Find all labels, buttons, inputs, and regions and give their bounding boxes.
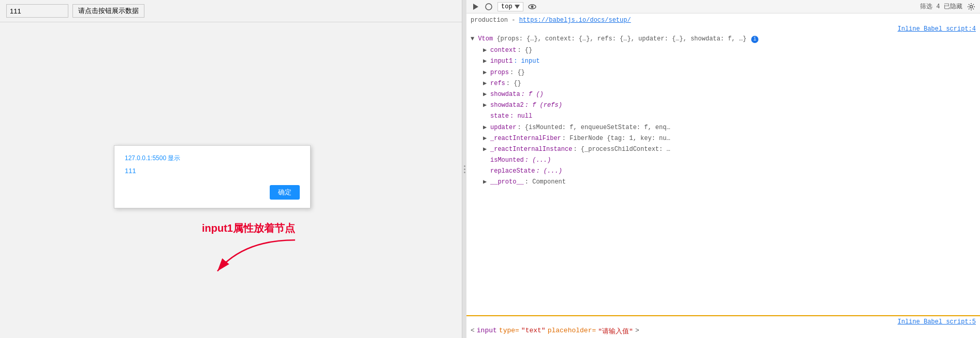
- play-icon[interactable]: [471, 2, 480, 11]
- code-type-attr: type=: [499, 327, 519, 336]
- panel-divider[interactable]: [462, 0, 466, 338]
- vtom-header: ▼ Vtom {props: {…}, context: {…}, refs: …: [466, 33, 980, 45]
- expand-arrow-showdata: ▶: [483, 90, 488, 100]
- key-refs: refs: [490, 79, 505, 89]
- tree-item-showdata2[interactable]: ▶ showdata2 : f (refs): [475, 100, 980, 111]
- key-context: context: [490, 46, 516, 55]
- eye-icon[interactable]: [528, 2, 537, 11]
- dialog-value: 111: [125, 167, 300, 175]
- annotation-area: input1属性放着节点: [202, 221, 316, 281]
- devtools-toolbar: top 筛选 4 已隐藏: [466, 0, 980, 13]
- value-showdata2: : f (refs): [525, 101, 562, 110]
- chevron-down-icon: [515, 5, 520, 9]
- value-input1: : input: [514, 57, 539, 66]
- dialog-box: 127.0.0.1:5500 显示 111 确定: [114, 145, 311, 208]
- vtom-value: {props: {…}, context: {…}, refs: {…}, up…: [496, 35, 746, 43]
- confirm-button[interactable]: 确定: [270, 185, 300, 200]
- expand-arrow-input1: ▶: [483, 57, 488, 66]
- devtools-content: production - https://babeljs.io/docs/set…: [466, 13, 980, 315]
- key-rif: _reactInternalFiber: [490, 134, 561, 144]
- expand-arrow-rii: ▶: [483, 145, 488, 154]
- key-showdata: showdata: [490, 90, 520, 100]
- tree-item-replacestate: replaceState : (...): [475, 166, 980, 177]
- production-text: production -: [471, 17, 519, 24]
- tree-item-props[interactable]: ▶ props : {}: [475, 67, 980, 78]
- devtools-bottom: Inline Babel script:5 < input type= "tex…: [466, 315, 980, 338]
- key-proto: __proto__: [490, 177, 524, 187]
- code-tag-open: <: [471, 327, 475, 336]
- code-placeholder-value: "请输入值": [598, 327, 633, 336]
- inline-source-top: Inline Babel script:4: [466, 25, 980, 33]
- tree-item-state: state : null: [475, 111, 980, 122]
- app-panel: 请点击按钮展示数据 127.0.0.1:5500 显示 111 确定 input…: [0, 0, 462, 338]
- value-rii: : {_processChildContext: …: [573, 145, 670, 154]
- key-rii: _reactInternalInstance: [490, 145, 572, 154]
- code-placeholder-attr: placeholder=: [548, 327, 596, 336]
- divider-dot-1: [464, 165, 465, 167]
- code-tag-close: >: [635, 327, 639, 336]
- divider-dot-3: [464, 172, 465, 173]
- svg-point-6: [531, 5, 533, 8]
- divider-dot-2: [464, 168, 465, 170]
- value-showdata: : f (): [521, 90, 544, 100]
- value-rif: : FiberNode {tag: 1, key: nu…: [562, 134, 670, 144]
- record-icon[interactable]: [484, 2, 493, 11]
- code-type-value: "text": [521, 327, 546, 336]
- expand-arrow-context: ▶: [483, 46, 488, 55]
- tree-item-updater[interactable]: ▶ updater : {isMounted: f, enqueueSetSta…: [475, 122, 980, 133]
- babel-setup-link[interactable]: https://babeljs.io/docs/setup/: [519, 17, 631, 24]
- svg-marker-2: [473, 4, 478, 10]
- tree-item-reactinternalinstance[interactable]: ▶ _reactInternalInstance : {_processChil…: [475, 144, 980, 155]
- expand-arrow-props: ▶: [483, 68, 488, 78]
- tree-item-context[interactable]: ▶ context : {}: [475, 45, 980, 56]
- source-line: production - https://babeljs.io/docs/set…: [466, 16, 980, 25]
- value-context: : {}: [517, 46, 532, 55]
- key-props: props: [490, 68, 509, 78]
- dialog-overlay: 127.0.0.1:5500 显示 111 确定: [0, 0, 462, 338]
- value-proto: : Component: [525, 177, 566, 187]
- tree-item-reactinternalfiber[interactable]: ▶ _reactInternalFiber : FiberNode {tag: …: [475, 133, 980, 144]
- hidden-count: 4 已隐藏: [937, 2, 962, 11]
- annotation-text: input1属性放着节点: [202, 221, 316, 235]
- key-showdata2: showdata2: [490, 101, 524, 110]
- inline-source-bottom-link[interactable]: Inline Babel script:5: [898, 318, 976, 326]
- expand-arrow-showdata2: ▶: [483, 101, 488, 110]
- tree-item-proto[interactable]: ▶ __proto__ : Component: [475, 177, 980, 188]
- toolbar-right: 筛选 4 已隐藏: [920, 2, 976, 11]
- value-ismounted: : (...): [525, 156, 551, 165]
- value-state: : null: [510, 111, 532, 121]
- key-replacestate: replaceState: [490, 166, 535, 176]
- tree-item-input1[interactable]: ▶ input1 : input: [475, 56, 980, 67]
- tree-item-ismounted: isMounted : (...): [475, 155, 980, 166]
- bottom-code-line: < input type= "text" placeholder= "请输入值"…: [471, 327, 976, 336]
- vtom-collapse-arrow[interactable]: ▼: [471, 35, 478, 43]
- key-ismounted: isMounted: [490, 156, 524, 165]
- expand-arrow-refs: ▶: [483, 79, 488, 89]
- dialog-title: 127.0.0.1:5500 显示: [125, 154, 300, 163]
- key-state: state: [490, 111, 509, 121]
- value-updater: : {isMounted: f, enqueueSetState: f, enq…: [517, 123, 670, 133]
- annotation-arrow: [202, 237, 316, 279]
- code-input-tag: input: [477, 327, 497, 336]
- svg-marker-4: [515, 5, 520, 9]
- key-input1: input1: [490, 57, 513, 66]
- top-dropdown[interactable]: top: [498, 2, 523, 11]
- value-props: : {}: [510, 68, 525, 78]
- devtools-panel: top 筛选 4 已隐藏 production - https://babelj…: [466, 0, 980, 338]
- dialog-footer: 确定: [125, 185, 300, 200]
- gear-icon[interactable]: [967, 2, 976, 11]
- inline-source-top-link[interactable]: Inline Babel script:4: [898, 25, 976, 33]
- svg-point-3: [486, 4, 492, 10]
- tree-item-refs[interactable]: ▶ refs : {}: [475, 78, 980, 89]
- expand-arrow-updater: ▶: [483, 123, 488, 133]
- tree-item-showdata[interactable]: ▶ showdata : f (): [475, 89, 980, 100]
- expand-arrow-proto: ▶: [483, 177, 488, 187]
- vtom-key: Vtom: [478, 35, 493, 43]
- bottom-source-line: Inline Babel script:5: [471, 318, 976, 326]
- vtom-info-icon[interactable]: i: [751, 36, 758, 43]
- top-dropdown-label: top: [501, 3, 513, 10]
- svg-point-7: [970, 5, 973, 8]
- tree-container: ▶ context : {} ▶ input1 : input ▶ props …: [466, 45, 980, 188]
- filter-label: 筛选: [920, 2, 932, 11]
- expand-arrow-rif: ▶: [483, 134, 488, 144]
